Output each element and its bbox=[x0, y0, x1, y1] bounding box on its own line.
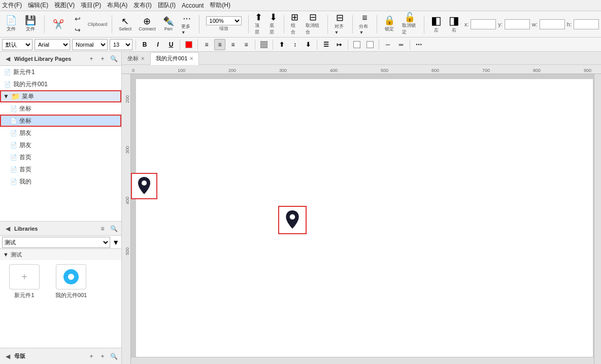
border-width[interactable]: ═ bbox=[395, 39, 407, 50]
libraries-back-icon[interactable]: ◀ bbox=[3, 224, 12, 233]
align-right-button[interactable]: ≡ bbox=[227, 39, 239, 50]
fill-color2-button[interactable] bbox=[364, 39, 376, 50]
align-left-button[interactable]: ≡ bbox=[201, 39, 212, 50]
new-button[interactable]: 📄 文件 bbox=[2, 13, 20, 35]
page-item[interactable]: 📄 朋友 bbox=[0, 127, 121, 139]
font-family-select[interactable]: Arial bbox=[35, 39, 70, 50]
mother-add-icon[interactable]: + bbox=[87, 352, 96, 361]
t2-sep9 bbox=[410, 40, 410, 50]
left-button[interactable]: ◧ 左 bbox=[429, 14, 444, 34]
bullet-list[interactable]: ☰ bbox=[320, 39, 331, 50]
page-item[interactable]: 📄 坐标 bbox=[0, 102, 121, 115]
panel-add2-icon[interactable]: + bbox=[98, 54, 107, 63]
text-color2-button[interactable] bbox=[258, 39, 270, 50]
sep7 bbox=[352, 15, 353, 33]
scrollbar-vertical[interactable] bbox=[594, 74, 601, 364]
zoom-select[interactable]: 100% 50% 150% 200% bbox=[206, 16, 242, 25]
tab-close-icon[interactable]: ✕ bbox=[141, 56, 145, 61]
lib-group-label: 测试 bbox=[11, 251, 22, 259]
w-input[interactable] bbox=[540, 19, 565, 29]
lib-widget-001[interactable]: 我的元件001 bbox=[51, 264, 91, 344]
menu-file[interactable]: 文件(F) bbox=[2, 1, 22, 10]
top-button[interactable]: ⬆ 顶层 bbox=[253, 12, 264, 37]
align-justify-button[interactable]: ≡ bbox=[241, 39, 252, 50]
font-color-button[interactable] bbox=[183, 39, 194, 50]
align-v-top[interactable]: ⬆ bbox=[276, 39, 287, 50]
italic-button[interactable]: I bbox=[152, 39, 163, 50]
panel-add-icon[interactable]: + bbox=[87, 54, 96, 63]
border-style[interactable]: ─ bbox=[382, 39, 393, 50]
redo-button[interactable]: ↪ bbox=[69, 24, 87, 35]
folder-label: 菜单 bbox=[22, 92, 34, 101]
page-label: 我的元件001 bbox=[13, 80, 48, 89]
page-item[interactable]: 📄 我的元件001 bbox=[0, 78, 121, 90]
lock-button[interactable]: 🔒 锁定 bbox=[382, 15, 397, 33]
align-v-bot[interactable]: ⬇ bbox=[303, 39, 314, 50]
right-button[interactable]: ◨ 右 bbox=[447, 14, 461, 34]
bottom-button[interactable]: ⬇ 底层 bbox=[268, 12, 279, 37]
tab-widget001[interactable]: 我的元件001 ✕ bbox=[150, 52, 199, 65]
canvas-widget-small[interactable] bbox=[131, 173, 157, 199]
tab-zuobiao[interactable]: 坐标 ✕ bbox=[122, 52, 150, 64]
panel-search-icon[interactable]: 🔍 bbox=[109, 54, 118, 63]
unlock-button[interactable]: 🔓 取消锁定 bbox=[400, 12, 419, 37]
tab-close-icon[interactable]: ✕ bbox=[189, 56, 193, 61]
scrollbar-horizontal[interactable] bbox=[131, 357, 594, 364]
pages-list: 📄 新元件1 📄 我的元件001 ▼ 📁 菜单 📄 坐标 bbox=[0, 66, 121, 221]
connect-tool[interactable]: ⊕ Connect bbox=[137, 16, 158, 33]
undo-button[interactable]: ↩ bbox=[69, 13, 87, 24]
panel-back-icon[interactable]: ◀ bbox=[3, 54, 12, 63]
page-item[interactable]: 📄 首页 bbox=[0, 163, 121, 175]
menu-view[interactable]: 视图(V) bbox=[54, 1, 75, 10]
indent-list[interactable]: ↦ bbox=[333, 39, 345, 50]
page-item[interactable]: 📄 新元件1 bbox=[0, 66, 121, 78]
folder-expand-icon: ▼ bbox=[3, 93, 9, 100]
cut-button[interactable]: ✂️ bbox=[49, 13, 68, 35]
page-item[interactable]: 📄 朋友 bbox=[0, 139, 121, 151]
align-button[interactable]: ⊟ 对齐▼ bbox=[332, 12, 348, 36]
x-input[interactable] bbox=[471, 19, 496, 29]
lib-dropdown-arrow[interactable]: ▼ bbox=[112, 238, 119, 246]
pen-tool[interactable]: ✒️ Pen bbox=[161, 16, 176, 33]
page-item[interactable]: 📄 我的 bbox=[0, 175, 121, 188]
menu-publish[interactable]: 发布(I) bbox=[133, 1, 151, 10]
save-button[interactable]: 💾 文件 bbox=[21, 13, 40, 35]
libraries-menu-icon[interactable]: ≡ bbox=[98, 224, 107, 233]
mother-back-icon[interactable]: ◀ bbox=[3, 352, 12, 361]
select-tool[interactable]: ↖ Select bbox=[117, 16, 133, 33]
menu-account[interactable]: Account bbox=[182, 2, 204, 9]
lib-group-header[interactable]: ▼ 测试 bbox=[0, 249, 121, 260]
font-size-select[interactable]: 13 bbox=[110, 39, 132, 50]
font-style-select[interactable]: Normal bbox=[72, 39, 108, 50]
fill-color-button[interactable] bbox=[351, 39, 362, 50]
canvas-widget-large[interactable] bbox=[278, 206, 307, 234]
menu-project[interactable]: 项目(P) bbox=[81, 1, 101, 10]
canvas-content[interactable] bbox=[131, 74, 601, 364]
page-item-selected[interactable]: 📄 坐标 bbox=[0, 115, 121, 127]
bold-button[interactable]: B bbox=[139, 39, 150, 50]
lib-widget-new[interactable]: + 新元件1 bbox=[4, 264, 45, 344]
mother-search-icon[interactable]: 🔍 bbox=[109, 352, 118, 361]
more-format[interactable]: ⋯ bbox=[413, 39, 424, 50]
underline-button[interactable]: U bbox=[165, 39, 177, 50]
menu-edit[interactable]: 编辑(E) bbox=[28, 1, 48, 10]
lib-dropdown[interactable]: 测试 bbox=[2, 237, 110, 248]
ungroup-button[interactable]: ⊟ 取消组合 bbox=[304, 12, 323, 37]
folder-item[interactable]: ▼ 📁 菜单 bbox=[0, 90, 121, 102]
menu-layout[interactable]: 布局(A) bbox=[107, 1, 127, 10]
font-default-select[interactable]: 默认 bbox=[2, 39, 32, 50]
more-tool[interactable]: ⋯ 更多▼ bbox=[179, 13, 194, 36]
canvas-area[interactable]: 0 100 200 300 400 500 600 700 800 900 20… bbox=[122, 65, 601, 364]
page-item[interactable]: 📄 首页 bbox=[0, 151, 121, 163]
align-v-mid[interactable]: ↕ bbox=[289, 39, 300, 50]
y-input[interactable] bbox=[505, 19, 530, 29]
h-input[interactable] bbox=[574, 19, 599, 29]
group-button[interactable]: ⊞ 组合 bbox=[289, 12, 300, 37]
distribute-button[interactable]: ≡ 分布▼ bbox=[357, 12, 372, 36]
x-label: x: bbox=[464, 21, 469, 27]
mother-add2-icon[interactable]: + bbox=[98, 352, 107, 361]
menu-help[interactable]: 帮助(H) bbox=[210, 1, 230, 10]
libraries-search-icon[interactable]: 🔍 bbox=[109, 224, 118, 233]
menu-team[interactable]: 团队(I) bbox=[158, 1, 176, 10]
align-center-button[interactable]: ≡ bbox=[214, 39, 225, 50]
